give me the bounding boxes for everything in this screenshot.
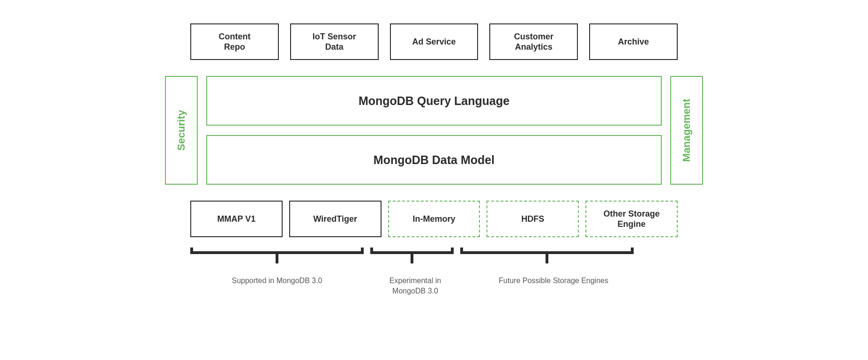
bracket-future-stem <box>546 254 548 263</box>
app-archive: Archive <box>589 23 678 60</box>
security-label: Security <box>175 110 187 151</box>
core-layers: MongoDB Query Language MongoDB Data Mode… <box>206 76 662 185</box>
engine-wiredtiger: WiredTiger <box>289 201 382 237</box>
app-content-repo: ContentRepo <box>190 23 279 60</box>
security-pillar: Security <box>165 76 198 185</box>
data-model-layer: MongoDB Data Model <box>206 135 662 185</box>
caption-future: Future Possible Storage Engines <box>467 276 640 296</box>
engine-mmap: MMAP V1 <box>190 201 283 237</box>
bracket-future <box>460 248 634 254</box>
middle-section: Security MongoDB Query Language MongoDB … <box>165 76 703 185</box>
bracket-experimental <box>370 248 454 254</box>
app-customer-analytics: CustomerAnalytics <box>489 23 578 60</box>
engine-hdfs: HDFS <box>486 201 579 237</box>
query-language-layer: MongoDB Query Language <box>206 76 662 126</box>
app-ad-service: Ad Service <box>390 23 479 60</box>
engine-other: Other StorageEngine <box>585 201 678 237</box>
bracket-supported-stem <box>276 254 278 263</box>
management-pillar: Management <box>670 76 703 185</box>
storage-engine-row: MMAP V1 WiredTiger In-Memory HDFS Other … <box>165 201 703 237</box>
bracket-supported <box>190 248 364 254</box>
engine-inmemory: In-Memory <box>388 201 480 237</box>
bracket-row <box>165 248 703 262</box>
management-label: Management <box>681 99 693 162</box>
architecture-diagram: ContentRepo IoT SensorData Ad Service Cu… <box>165 23 703 296</box>
caption-supported: Supported in MongoDB 3.0 <box>190 276 364 296</box>
app-iot-sensor: IoT SensorData <box>290 23 379 60</box>
application-row: ContentRepo IoT SensorData Ad Service Cu… <box>165 23 703 60</box>
bracket-experimental-stem <box>411 254 413 263</box>
caption-experimental: Experimental inMongoDB 3.0 <box>370 276 460 296</box>
caption-row: Supported in MongoDB 3.0 Experimental in… <box>165 276 703 296</box>
